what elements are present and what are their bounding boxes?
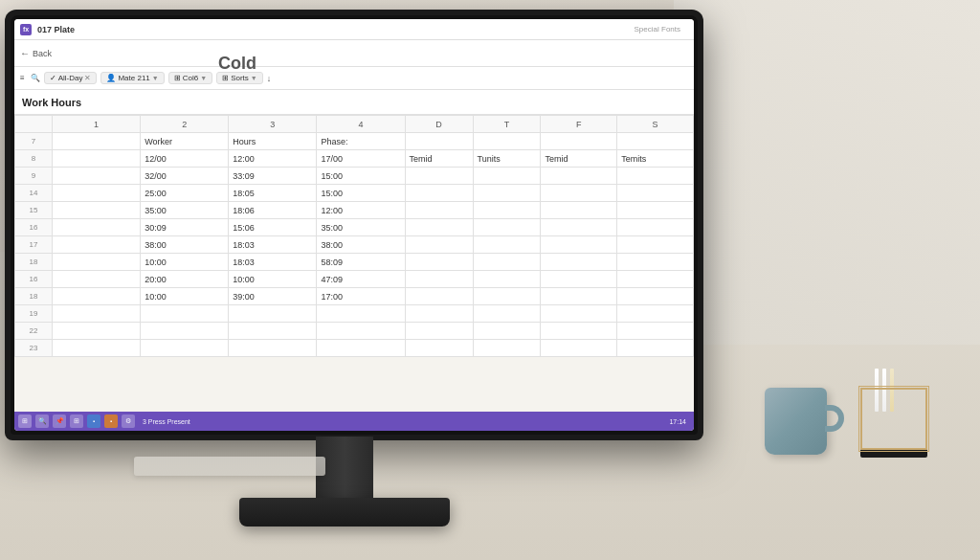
cell-r12-c8[interactable]: [617, 340, 694, 357]
cell-r6-c8[interactable]: [617, 236, 694, 254]
cell-r4-c4[interactable]: 12:00: [317, 202, 405, 219]
cell-r3-c4[interactable]: 15:00: [317, 185, 405, 202]
cell-r0-c5[interactable]: [405, 133, 473, 150]
cell-r9-c4[interactable]: 17:00: [317, 288, 405, 305]
cell-r2-c3[interactable]: 33:09: [229, 168, 317, 185]
cell-r4-c2[interactable]: 35:00: [141, 202, 229, 219]
cell-r3-c1[interactable]: [52, 185, 140, 202]
cell-r1-c7[interactable]: Temid: [541, 150, 617, 168]
cell-r9-c8[interactable]: [617, 288, 694, 305]
cell-r8-c6[interactable]: [473, 271, 541, 288]
cell-r5-c7[interactable]: [541, 219, 617, 236]
cell-r4-c3[interactable]: 18:06: [229, 202, 317, 219]
cell-r1-c4[interactable]: 17/00: [317, 150, 405, 168]
taskbar-orange[interactable]: ▪: [104, 414, 118, 428]
cell-r11-c5[interactable]: [405, 323, 473, 340]
cell-r10-c8[interactable]: [617, 305, 694, 323]
cell-r3-c8[interactable]: [617, 185, 694, 202]
filter-close-icon[interactable]: ✕: [84, 74, 91, 82]
cell-r12-c5[interactable]: [405, 340, 473, 357]
cell-r11-c1[interactable]: [52, 323, 140, 340]
cell-r5-c6[interactable]: [473, 219, 541, 236]
taskbar-blue[interactable]: ▪: [87, 414, 100, 428]
start-button[interactable]: ⊞: [18, 414, 32, 428]
cell-r11-c6[interactable]: [473, 323, 541, 340]
cell-r10-c3[interactable]: [229, 305, 317, 323]
cell-r6-c3[interactable]: 18:03: [229, 236, 317, 254]
cell-r9-c6[interactable]: [473, 288, 541, 305]
cell-r12-c4[interactable]: [317, 340, 405, 357]
cell-r11-c3[interactable]: [229, 323, 317, 340]
cell-r6-c5[interactable]: [405, 236, 473, 254]
cell-r12-c2[interactable]: [141, 340, 229, 357]
cell-r1-c3[interactable]: 12:00: [229, 150, 317, 168]
cell-r7-c5[interactable]: [405, 254, 473, 271]
cell-r6-c7[interactable]: [541, 236, 617, 254]
spreadsheet-grid[interactable]: 1 2 3 4 D T F S 7WorkerHoursPhase:8: [14, 115, 694, 357]
cell-r6-c6[interactable]: [473, 236, 541, 254]
cell-r2-c6[interactable]: [473, 168, 541, 185]
cell-r2-c5[interactable]: [405, 168, 473, 185]
cell-r11-c8[interactable]: [617, 323, 694, 340]
cell-r0-c3[interactable]: Hours: [229, 133, 317, 150]
cell-r0-c6[interactable]: [473, 133, 541, 150]
cell-r5-c1[interactable]: [52, 219, 140, 236]
cell-r9-c3[interactable]: 39:00: [229, 288, 317, 305]
cell-r4-c5[interactable]: [405, 202, 473, 219]
cell-r9-c1[interactable]: [52, 288, 140, 305]
cell-r4-c8[interactable]: [617, 202, 694, 219]
cell-r7-c2[interactable]: 10:00: [141, 254, 229, 271]
cell-r3-c7[interactable]: [541, 185, 617, 202]
cell-r3-c3[interactable]: 18:05: [229, 185, 317, 202]
cell-r2-c2[interactable]: 32/00: [141, 168, 229, 185]
cell-r8-c8[interactable]: [617, 271, 694, 288]
sorts-filter[interactable]: ⊞ Sorts ▼: [216, 72, 263, 84]
cell-r0-c8[interactable]: [617, 133, 694, 150]
cell-r9-c2[interactable]: 10:00: [141, 288, 229, 305]
cell-r0-c2[interactable]: Worker: [141, 133, 229, 150]
cell-r10-c2[interactable]: [141, 305, 229, 323]
cell-r8-c5[interactable]: [405, 271, 473, 288]
cell-r4-c7[interactable]: [541, 202, 617, 219]
cell-r2-c8[interactable]: [617, 168, 694, 185]
cell-r1-c6[interactable]: Tunits: [473, 150, 541, 168]
cell-r7-c1[interactable]: [52, 254, 140, 271]
taskbar-pin[interactable]: 📌: [53, 414, 66, 428]
cell-r1-c2[interactable]: 12/00: [141, 150, 229, 168]
taskbar-apps[interactable]: ⊞: [70, 414, 83, 428]
cell-r8-c7[interactable]: [541, 271, 617, 288]
cell-r10-c7[interactable]: [541, 305, 617, 323]
cell-r1-c1[interactable]: [52, 150, 140, 168]
cell-r12-c1[interactable]: [52, 340, 140, 357]
cell-r5-c2[interactable]: 30:09: [141, 219, 229, 236]
cell-r4-c1[interactable]: [52, 202, 140, 219]
cell-r10-c6[interactable]: [473, 305, 541, 323]
cell-r8-c3[interactable]: 10:00: [229, 271, 317, 288]
cell-r12-c3[interactable]: [229, 340, 317, 357]
cell-r7-c4[interactable]: 58:09: [317, 254, 405, 271]
cell-r2-c4[interactable]: 15:00: [317, 168, 405, 185]
taskbar-search[interactable]: 🔍: [35, 414, 49, 428]
cell-r9-c5[interactable]: [405, 288, 473, 305]
cell-r7-c3[interactable]: 18:03: [229, 254, 317, 271]
cell-r0-c4[interactable]: Phase:: [317, 133, 405, 150]
cell-r5-c4[interactable]: 35:00: [317, 219, 405, 236]
cell-r10-c1[interactable]: [52, 305, 140, 323]
cell-r5-c8[interactable]: [617, 219, 694, 236]
cell-r5-c3[interactable]: 15:06: [229, 219, 317, 236]
cell-r8-c4[interactable]: 47:09: [317, 271, 405, 288]
cell-r7-c7[interactable]: [541, 254, 617, 271]
all-day-filter[interactable]: ✓ All-Day ✕: [44, 72, 98, 84]
cell-r11-c4[interactable]: [317, 323, 405, 340]
cell-r6-c4[interactable]: 38:00: [317, 236, 405, 254]
cell-r1-c5[interactable]: Temid: [405, 150, 473, 168]
cell-r6-c2[interactable]: 38:00: [141, 236, 229, 254]
cell-r10-c5[interactable]: [405, 305, 473, 323]
cell-r9-c7[interactable]: [541, 288, 617, 305]
cell-r3-c6[interactable]: [473, 185, 541, 202]
mate-filter[interactable]: 👤 Mate 211 ▼: [100, 72, 164, 84]
cell-r0-c1[interactable]: [52, 133, 140, 150]
cell-r12-c7[interactable]: [541, 340, 617, 357]
cell-r11-c7[interactable]: [541, 323, 617, 340]
cell-r3-c5[interactable]: [405, 185, 473, 202]
